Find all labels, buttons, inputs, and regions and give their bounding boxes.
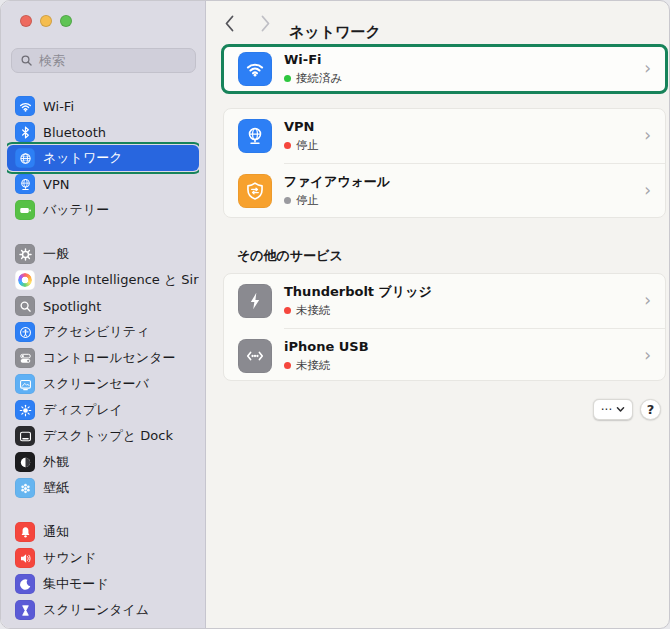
sidebar-item-desktop-dock[interactable]: デスクトップと Dock — [7, 423, 199, 449]
sidebar-item-appearance[interactable]: 外観 — [7, 449, 199, 475]
more-options-button[interactable]: ··· — [593, 399, 633, 420]
status-label: 停止 — [296, 193, 319, 208]
gear-icon — [15, 244, 35, 264]
sidebar-item-label: 外観 — [43, 453, 69, 471]
sidebar-item-bluetooth[interactable]: Bluetooth — [7, 119, 199, 145]
speaker-icon — [15, 548, 35, 568]
sidebar-item-screen-saver[interactable]: スクリーンセーバ — [7, 371, 199, 397]
status-label: 未接続 — [296, 303, 331, 318]
row-status: 停止 — [284, 138, 632, 153]
sidebar-item-label: コントロールセンター — [43, 349, 175, 367]
status-dot — [284, 197, 291, 204]
other-services-card: Thunderbolt ブリッジ 未接続 › iPhone USB 未接続 › — [223, 273, 666, 381]
wifi-card-annotated: Wi-Fi 接続済み › — [221, 44, 668, 94]
status-dot — [284, 362, 291, 369]
forward-button[interactable] — [253, 11, 277, 35]
network-pane: ネットワーク Wi-Fi 接続済み › VPN 停止 › ファイアウォール — [207, 1, 669, 628]
sidebar-item-label: サウンド — [43, 549, 96, 567]
sidebar-item-label: スクリーンタイム — [43, 601, 149, 619]
bolt-icon — [238, 284, 272, 318]
sidebar-item-network[interactable]: ネットワーク — [7, 145, 199, 171]
page-title: ネットワーク — [289, 23, 381, 42]
sidebar-group: 通知サウンド集中モードスクリーンタイム — [7, 519, 199, 623]
search-placeholder: 検索 — [39, 52, 65, 70]
section-title: その他のサービス — [237, 247, 343, 265]
sidebar-group: 一般Apple Intelligence と SiriSpotlightアクセシ… — [7, 241, 199, 501]
sidebar-item-label: ディスプレイ — [43, 401, 123, 419]
sidebar-item-focus[interactable]: 集中モード — [7, 571, 199, 597]
sidebar-item-label: VPN — [43, 177, 69, 192]
sidebar-group: Wi-FiBluetoothネットワークVPNバッテリー — [7, 93, 199, 223]
sidebar-item-control-center[interactable]: コントロールセンター — [7, 345, 199, 371]
sidebar-item-wifi[interactable]: Wi-Fi — [7, 93, 199, 119]
network-service-row-iphone-usb[interactable]: iPhone USB 未接続 › — [224, 329, 665, 381]
row-status: 接続済み — [284, 71, 632, 86]
back-button[interactable] — [217, 11, 241, 35]
minimize-button[interactable] — [40, 15, 52, 27]
sidebar-item-label: 一般 — [43, 245, 69, 263]
window-controls — [20, 15, 72, 27]
row-text: VPN 停止 — [284, 119, 632, 152]
sidebar-item-battery[interactable]: バッテリー — [7, 197, 199, 223]
row-text: ファイアウォール 停止 — [284, 174, 632, 207]
sidebar-item-label: ネットワーク — [43, 149, 123, 167]
globe-icon — [15, 148, 35, 168]
ellipsis-icon: ··· — [601, 403, 612, 417]
network-service-row-vpn[interactable]: VPN 停止 › — [224, 109, 665, 163]
sidebar-item-wallpaper[interactable]: 壁紙 — [7, 475, 199, 501]
network-service-row-firewall[interactable]: ファイアウォール 停止 › — [224, 164, 665, 218]
chevron-right-icon: › — [644, 182, 651, 199]
status-dot — [284, 142, 291, 149]
close-button[interactable] — [20, 15, 32, 27]
sidebar-item-label: 壁紙 — [43, 479, 69, 497]
sidebar-item-general[interactable]: 一般 — [7, 241, 199, 267]
sidebar-nav: Wi-FiBluetoothネットワークVPNバッテリー一般Apple Inte… — [7, 93, 199, 628]
sidebar-item-label: Spotlight — [43, 299, 101, 314]
vpn-globe-icon — [15, 174, 35, 194]
moon-icon — [15, 574, 35, 594]
sun-icon — [15, 400, 35, 420]
sidebar-item-displays[interactable]: ディスプレイ — [7, 397, 199, 423]
search-icon — [20, 54, 33, 67]
magnifier-icon — [15, 296, 35, 316]
help-button[interactable]: ? — [640, 399, 661, 420]
chevron-right-icon: › — [644, 347, 651, 364]
chevron-right-icon: › — [644, 292, 651, 309]
network-service-row-wifi[interactable]: Wi-Fi 接続済み › — [224, 47, 665, 91]
sidebar-item-accessibility[interactable]: アクセシビリティ — [7, 319, 199, 345]
row-status: 停止 — [284, 193, 632, 208]
status-label: 停止 — [296, 138, 319, 153]
sidebar-item-label: バッテリー — [43, 201, 109, 219]
usb-icon — [238, 339, 272, 373]
appearance-icon — [15, 452, 35, 472]
wifi-icon — [238, 52, 272, 86]
status-dot — [284, 307, 291, 314]
sidebar-item-label: Apple Intelligence と Siri — [43, 271, 199, 289]
chevron-right-icon: › — [644, 127, 651, 144]
sidebar-item-apple-intelligence-siri[interactable]: Apple Intelligence と Siri — [7, 267, 199, 293]
sidebar-item-label: アクセシビリティ — [43, 323, 149, 341]
sidebar-item-screen-time[interactable]: スクリーンタイム — [7, 597, 199, 623]
row-text: iPhone USB 未接続 — [284, 339, 632, 372]
sidebar-item-label: 通知 — [43, 523, 69, 541]
row-title: VPN — [284, 119, 632, 135]
accessibility-icon — [15, 322, 35, 342]
sidebar-item-vpn[interactable]: VPN — [7, 171, 199, 197]
sidebar-item-label: Bluetooth — [43, 125, 106, 140]
sidebar-item-spotlight[interactable]: Spotlight — [7, 293, 199, 319]
network-service-row-thunderbolt-bridge[interactable]: Thunderbolt ブリッジ 未接続 › — [224, 274, 665, 328]
sidebar-item-label: デスクトップと Dock — [43, 427, 173, 445]
search-input[interactable]: 検索 — [11, 48, 196, 73]
chevron-right-icon: › — [644, 60, 651, 77]
sidebar-item-notifications[interactable]: 通知 — [7, 519, 199, 545]
row-text: Thunderbolt ブリッジ 未接続 — [284, 284, 632, 317]
chevron-down-icon — [616, 406, 625, 413]
sidebar-item-label: スクリーンセーバ — [43, 375, 149, 393]
sidebar-item-sound[interactable]: サウンド — [7, 545, 199, 571]
zoom-button[interactable] — [60, 15, 72, 27]
services-card: VPN 停止 › ファイアウォール 停止 › — [223, 108, 666, 218]
bell-icon — [15, 522, 35, 542]
status-label: 接続済み — [296, 71, 342, 86]
screensaver-icon — [15, 374, 35, 394]
row-title: ファイアウォール — [284, 174, 632, 190]
